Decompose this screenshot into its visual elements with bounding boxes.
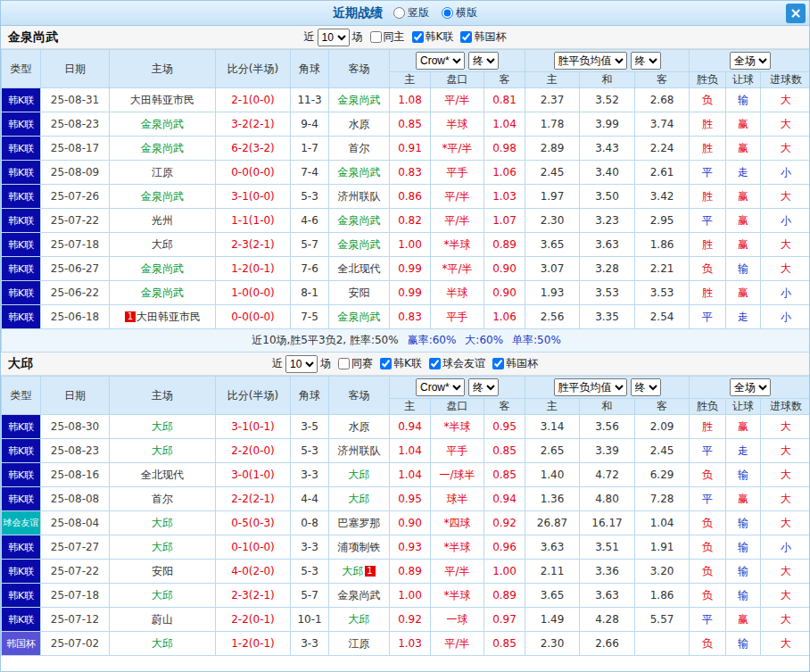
filter-checkbox-item[interactable]: 韩国杯 [460,29,506,45]
corner-cell: 3-3 [291,632,329,656]
result-cell: 小 [761,161,810,185]
result-cell: 平 [690,608,726,632]
bookmaker-select[interactable]: Crow* [416,52,465,70]
filter-checkbox[interactable] [429,358,441,369]
asian-odds-cell: *半球 [431,584,484,608]
match-row: 韩K联25-06-181大田韩亚市民0-0(0-0)7-5金泉尚武0.83平手1… [2,305,810,329]
corner-cell: 4-4 [291,487,329,511]
date-cell: 25-08-23 [41,439,110,463]
filter-checkbox-item[interactable]: 球会友谊 [429,356,485,371]
asian-odds-cell: 0.97 [484,608,525,632]
date-cell: 25-08-04 [41,511,110,535]
score-cell: 1-0(0-0) [216,281,291,305]
filter-checkbox-item[interactable]: 韩国杯 [492,356,538,371]
result-cell: 胜 [690,233,726,257]
focus-team-title: 大邱 [8,353,33,375]
date-cell: 25-07-18 [41,233,110,257]
asian-odds-cell: 1.03 [390,632,431,656]
scope-select[interactable]: 全场 [730,52,771,70]
mean-type-select[interactable]: 胜平负均值 [554,52,627,70]
scope-select[interactable]: 全场 [730,378,771,396]
away-team-cell: 大邱1 [329,560,390,584]
team-name-text: 全北现代 [338,262,381,275]
filter-checkbox[interactable] [338,358,350,369]
filter-checkbox-item[interactable]: 同赛 [338,356,373,371]
mean-stage-select[interactable]: 终 [631,52,661,70]
filter-checkbox-item[interactable]: 韩K联 [412,29,454,45]
sub-column-header: 客 [635,399,690,415]
column-header: 客场 [329,50,390,88]
result-cell: 赢 [726,281,761,305]
team-name-text: 大邱 [349,613,370,626]
sub-column-header: 客 [484,72,525,88]
away-team-cell: 大邱 [329,608,390,632]
recent-results-window: 近期战绩 竖版横版 × 金泉尚武近10场同主韩K联韩国杯类型日期主场比分(半场)… [0,0,810,672]
asian-odds-cell: 平/半 [431,632,484,656]
odds-stage-select[interactable]: 终 [468,378,499,396]
view-option-horizontal[interactable]: 横版 [442,5,477,21]
filter-checkbox-label: 同赛 [351,356,373,371]
mean-type-select[interactable]: 胜平负均值 [554,378,627,396]
filter-checkbox[interactable] [380,358,392,369]
team-name-text: 金泉尚武 [338,214,381,227]
home-team-cell: 大田韩亚市民 [110,88,216,112]
bookmaker-select[interactable]: Crow* [416,378,465,396]
league-cell: 韩K联 [2,439,41,463]
red-card-badge: 1 [125,311,136,322]
close-button[interactable]: × [786,4,806,23]
window-title: 近期战绩 [333,5,383,21]
away-team-cell: 金泉尚武 [329,233,390,257]
league-cell: 韩K联 [2,487,41,511]
mean-odds-cell: 2.45 [635,439,690,463]
odds-stage-select[interactable]: 终 [468,52,499,70]
mean-stage-select[interactable]: 终 [631,378,661,396]
filter-checkbox-item[interactable]: 韩K联 [380,356,422,371]
near-count-select[interactable]: 10 [285,355,318,373]
mean-odds-cell: 3.65 [525,584,580,608]
date-cell: 25-08-31 [41,88,110,112]
header-row-groups: 类型日期主场比分(半场)角球客场Crow*终胜平负均值终全场 [2,50,810,72]
score-cell: 1-1(1-0) [216,209,291,233]
mean-odds-cell: 3.50 [580,185,635,209]
away-team-cell: 大邱 [329,487,390,511]
mean-odds-cell: 4.72 [580,463,635,487]
match-row: 韩K联25-08-09江原0-0(0-0)7-4金泉尚武0.83平手1.062.… [2,161,810,185]
result-cell: 负 [690,88,726,112]
date-cell: 25-08-17 [41,137,110,161]
score-cell: 2-1(0-0) [216,88,291,112]
view-radio[interactable] [393,7,405,19]
sub-column-header: 主 [390,399,431,415]
view-radio[interactable] [442,7,453,19]
corner-cell: 9-4 [291,112,329,137]
home-team-cell: 大邱 [110,233,216,257]
team-name-text: 大邱 [152,238,173,251]
filter-checkbox[interactable] [412,31,424,43]
mean-odds-cell: 3.74 [635,112,690,137]
result-cell: 走 [726,439,761,463]
header-select-group: Crow*终 [390,377,525,399]
mean-odds-cell: 3.52 [580,88,635,112]
filter-checkbox-item[interactable]: 同主 [370,29,405,45]
filter-checkbox[interactable] [370,31,382,43]
team-name-text: 大邱 [152,420,173,433]
team-name-text: 金泉尚武 [141,142,184,154]
view-option-vertical[interactable]: 竖版 [393,5,429,21]
near-count-select[interactable]: 10 [318,29,350,46]
results-table: 类型日期主场比分(半场)角球客场Crow*终胜平负均值终全场主盘口客主和客胜负让… [1,376,810,656]
asian-odds-cell: 一/球半 [431,463,484,487]
mean-odds-cell: 3.39 [580,439,635,463]
league-cell: 韩K联 [2,305,41,329]
asian-odds-cell: 0.85 [390,112,431,137]
mean-odds-cell: 2.66 [580,632,635,656]
result-cell: 小 [761,281,810,305]
filter-checkbox[interactable] [492,358,504,369]
home-team-cell: 蔚山 [110,608,216,632]
filter-checkbox[interactable] [460,31,472,43]
corner-cell: 7-6 [291,257,329,281]
near-label: 近 [272,356,283,371]
sub-column-header: 客 [484,399,525,415]
league-cell: 韩K联 [2,584,41,608]
view-radio-group: 竖版横版 [393,5,477,21]
column-header: 角球 [291,50,329,88]
asian-odds-cell: 0.95 [484,415,525,439]
